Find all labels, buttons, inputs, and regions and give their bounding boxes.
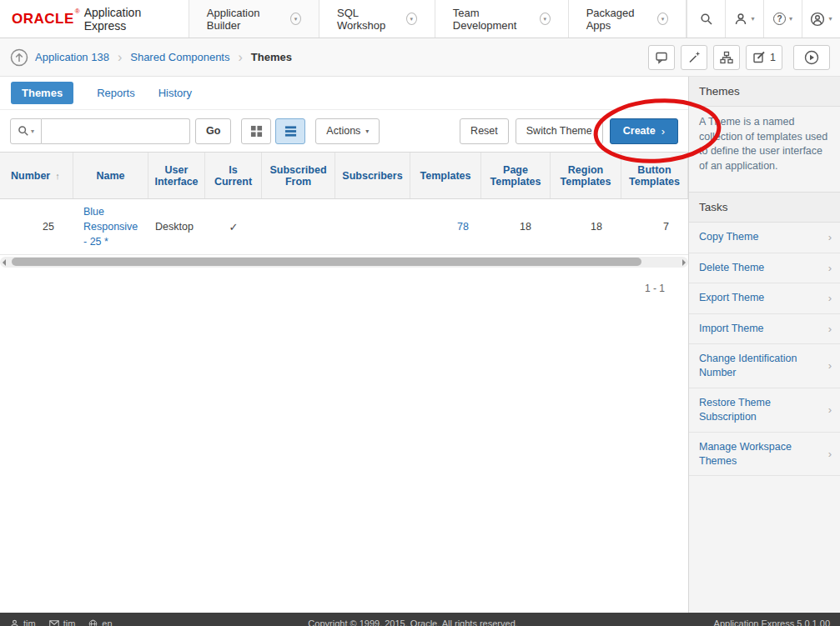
top-header: ORACLE® Application Express Application … (0, 0, 840, 38)
footer-language[interactable]: en (88, 618, 112, 626)
horizontal-scrollbar[interactable] (0, 257, 688, 268)
registered-mark-icon: ® (75, 8, 80, 15)
shared-components-button[interactable] (713, 45, 740, 70)
themes-report-table: Number ↑ Name User Interface Is Current … (0, 152, 688, 255)
edit-page-button[interactable]: 1 (746, 45, 782, 70)
column-header-name[interactable]: Name (73, 153, 148, 198)
sitemap-icon (720, 51, 733, 64)
task-import-theme[interactable]: Import Theme › (689, 314, 840, 345)
column-header-number[interactable]: Number ↑ (0, 153, 73, 198)
column-header-subscribers[interactable]: Subscribers (335, 153, 410, 198)
header-icon-group: ▾ ? ▾ ▾ (687, 0, 840, 38)
user-icon (10, 619, 19, 626)
mail-icon (49, 619, 59, 626)
toolbar-right-buttons: Reset Switch Theme Create › (460, 118, 678, 144)
create-button[interactable]: Create › (610, 118, 678, 144)
tab-reports[interactable]: Reports (97, 87, 135, 99)
actions-button[interactable]: Actions ▾ (315, 118, 380, 144)
search-button[interactable] (687, 0, 725, 38)
scroll-left-arrow[interactable] (3, 259, 6, 266)
chevron-right-icon: › (828, 322, 832, 337)
breadcrumb-shared-components-link[interactable]: Shared Components (130, 51, 229, 63)
nav-tab-application-builder[interactable]: Application Builder ▾ (189, 0, 319, 38)
report-view-button[interactable] (275, 118, 305, 144)
pagination-label: 1 - 1 (0, 268, 688, 294)
oracle-logo[interactable]: ORACLE® Application Express (0, 0, 189, 38)
reset-button[interactable]: Reset (460, 118, 509, 144)
templates-count-link[interactable]: 78 (457, 221, 469, 233)
breadcrumb-bar: Application 138 › Shared Components › Th… (0, 38, 840, 77)
run-application-button[interactable] (793, 45, 830, 70)
task-change-identification-number[interactable]: Change Identification Number › (689, 344, 840, 388)
search-input[interactable] (42, 118, 190, 144)
scrollbar-thumb[interactable] (12, 258, 641, 266)
footer-user[interactable]: tim (10, 618, 36, 626)
cell-page-templates: 18 (488, 216, 544, 238)
chevron-down-icon: ▾ (751, 15, 754, 23)
search-icon (18, 125, 29, 137)
theme-name-link[interactable]: Blue Responsive - 25 * (83, 206, 138, 248)
nav-tab-label: Application Builder (207, 7, 283, 32)
right-sidebar: Themes A Theme is a named collection of … (688, 77, 840, 613)
region-display-selector: Themes Reports History (0, 77, 688, 110)
cell-user-interface: Desktop (148, 216, 205, 238)
chevron-right-icon: › (828, 358, 832, 373)
chevron-right-icon: › (828, 261, 832, 276)
cell-subscribers (335, 222, 410, 232)
footer-mail[interactable]: tim (49, 618, 76, 626)
table-row: 25 Blue Responsive - 25 * Desktop ✓ 78 1… (0, 199, 688, 255)
search-icon (700, 13, 713, 26)
column-header-templates[interactable]: Templates (410, 153, 481, 198)
nav-tab-team-development[interactable]: Team Development ▾ (435, 0, 568, 38)
tab-history[interactable]: History (158, 87, 192, 99)
about-region-title: Themes (689, 77, 840, 107)
column-header-page-templates[interactable]: Page Templates (481, 153, 551, 198)
nav-tab-label: Team Development (453, 7, 532, 32)
column-header-button-templates[interactable]: Button Templates (621, 153, 688, 198)
footer-version: Application Express 5.0.1.00 (714, 618, 830, 626)
breadcrumb-application-link[interactable]: Application 138 (35, 51, 109, 63)
breadcrumb-current-page: Themes (251, 51, 292, 63)
tab-themes[interactable]: Themes (11, 82, 73, 104)
feedback-button[interactable] (648, 45, 675, 70)
go-button[interactable]: Go (195, 118, 231, 144)
up-arrow-icon[interactable] (10, 48, 28, 67)
column-header-region-templates[interactable]: Region Templates (551, 153, 621, 198)
chevron-right-icon: › (828, 447, 832, 462)
admin-user-icon (734, 13, 747, 26)
column-header-subscribed-from[interactable]: Subscribed From (262, 153, 335, 198)
cell-subscribed-from (262, 222, 335, 232)
administration-menu-button[interactable]: ▾ (725, 0, 763, 38)
apex-shared-components-themes-page: ORACLE® Application Express Application … (0, 0, 840, 626)
scroll-right-arrow[interactable] (682, 259, 686, 266)
breadcrumb-separator-icon: › (118, 50, 122, 65)
cell-number: 25 (7, 216, 67, 238)
nav-tab-packaged-apps[interactable]: Packaged Apps ▾ (568, 0, 686, 38)
column-header-is-current[interactable]: Is Current (205, 153, 262, 198)
grid-view-icon (250, 125, 263, 138)
task-restore-theme-subscription[interactable]: Restore Theme Subscription › (689, 388, 840, 433)
chevron-down-icon: ▾ (290, 13, 301, 25)
cell-button-templates: 7 (628, 216, 682, 238)
nav-tab-sql-workshop[interactable]: SQL Workshop ▾ (319, 0, 435, 38)
task-delete-theme[interactable]: Delete Theme › (689, 253, 840, 284)
main-nav: Application Builder ▾ SQL Workshop ▾ Tea… (189, 0, 687, 38)
column-header-user-interface[interactable]: User Interface (148, 153, 205, 198)
user-avatar-icon (810, 12, 825, 27)
create-label: Create (623, 125, 656, 137)
page-footer: tim tim en Copyright © 1999, 2015, Oracl… (0, 613, 840, 626)
user-account-menu-button[interactable]: ▾ (802, 0, 840, 38)
switch-theme-button[interactable]: Switch Theme (516, 118, 603, 144)
search-column-dropdown[interactable]: ▾ (10, 118, 42, 144)
task-manage-workspace-themes[interactable]: Manage Workspace Themes › (689, 433, 840, 477)
shortcuts-button[interactable] (681, 45, 707, 70)
breadcrumb-separator-icon: › (238, 50, 242, 65)
task-export-theme[interactable]: Export Theme › (689, 283, 840, 314)
chevron-down-icon: ▾ (406, 13, 417, 25)
chevron-down-icon: ▾ (657, 13, 668, 25)
view-toggle (241, 118, 305, 144)
task-copy-theme[interactable]: Copy Theme › (689, 223, 840, 253)
help-menu-button[interactable]: ? ▾ (763, 0, 802, 38)
icon-view-button[interactable] (241, 118, 271, 144)
chevron-right-icon: › (828, 403, 832, 418)
